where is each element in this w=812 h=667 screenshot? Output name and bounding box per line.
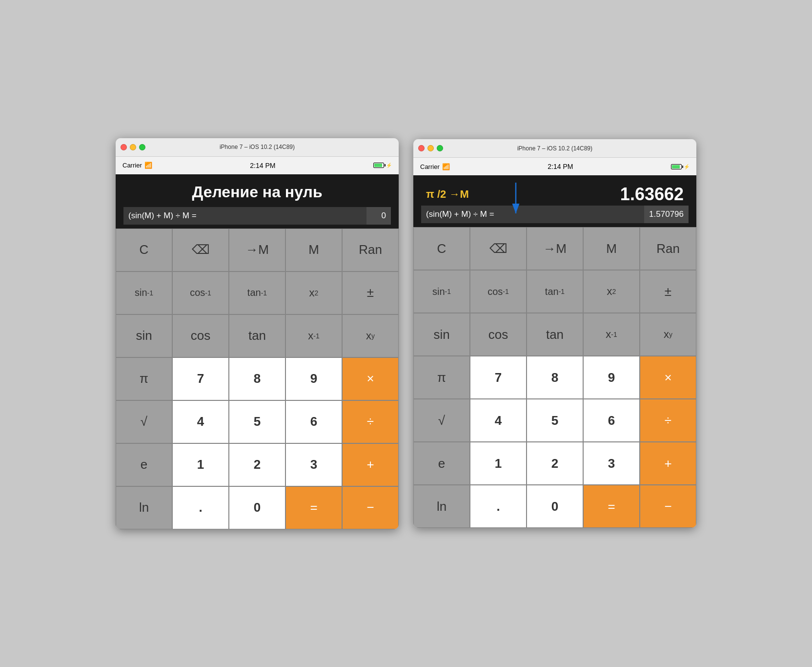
status-right-left: ⚡ xyxy=(373,163,392,168)
key-inv-right[interactable]: x-1 xyxy=(583,313,640,356)
key-dot-right[interactable]: . xyxy=(470,485,527,528)
key-7-left[interactable]: 7 xyxy=(172,357,229,400)
key-e-left[interactable]: e xyxy=(116,443,172,486)
key-3-right[interactable]: 3 xyxy=(583,442,640,485)
key-arcsin-right[interactable]: sin-1 xyxy=(413,270,470,313)
key-divide-left[interactable]: ÷ xyxy=(342,400,399,443)
window-controls-left[interactable] xyxy=(121,144,145,150)
key-arccos-left[interactable]: cos-1 xyxy=(172,271,229,314)
minimize-button-left[interactable] xyxy=(130,144,136,150)
phone-frame-right: Carrier 📶 2:14 PM ⚡ π /2 →M 1.63662 (sin… xyxy=(413,158,696,528)
key-backspace-right[interactable]: ⌫ xyxy=(470,227,527,270)
bolt-icon-right: ⚡ xyxy=(684,164,690,169)
key-row-7-right: ln . 0 = − xyxy=(413,485,696,528)
keypad-left: C ⌫ →M M Ran sin-1 cos-1 tan-1 x2 ± sin … xyxy=(116,229,399,529)
title-bar-left: iPhone 7 – iOS 10.2 (14C89) xyxy=(116,138,399,157)
key-dot-left[interactable]: . xyxy=(172,486,229,529)
key-3-left[interactable]: 3 xyxy=(285,443,342,486)
key-minus-right[interactable]: − xyxy=(640,485,696,528)
key-c-left[interactable]: C xyxy=(116,229,172,271)
key-arccos-right[interactable]: cos-1 xyxy=(470,270,527,313)
maximize-button-left[interactable] xyxy=(139,144,145,150)
key-pi-left[interactable]: π xyxy=(116,357,172,400)
key-equals-right[interactable]: = xyxy=(583,485,640,528)
key-row-5-left: √ 4 5 6 ÷ xyxy=(116,400,399,443)
key-ln-left[interactable]: ln xyxy=(116,486,172,529)
key-multiply-right[interactable]: × xyxy=(640,356,696,399)
key-6-left[interactable]: 6 xyxy=(285,400,342,443)
key-cos-left[interactable]: cos xyxy=(172,314,229,357)
key-xsq-left[interactable]: x2 xyxy=(285,271,342,314)
key-9-left[interactable]: 9 xyxy=(285,357,342,400)
key-pm-right[interactable]: ± xyxy=(640,270,696,313)
key-recall-left[interactable]: M xyxy=(285,229,342,271)
calc-display-right: π /2 →M 1.63662 (sin(M) + M) ÷ M = 1.570… xyxy=(413,175,696,227)
calc-expression-right: (sin(M) + M) ÷ M = xyxy=(421,206,644,223)
key-row-3-left: sin cos tan x-1 xy xyxy=(116,314,399,357)
key-sin-right[interactable]: sin xyxy=(413,313,470,356)
key-pi-right[interactable]: π xyxy=(413,356,470,399)
key-0-left[interactable]: 0 xyxy=(229,486,285,529)
key-ran-left[interactable]: Ran xyxy=(342,229,399,271)
key-minus-left[interactable]: − xyxy=(342,486,399,529)
key-pm-left[interactable]: ± xyxy=(342,271,399,314)
key-tan-right[interactable]: tan xyxy=(527,313,583,356)
key-row-2-right: sin-1 cos-1 tan-1 x2 ± xyxy=(413,270,696,313)
key-plus-right[interactable]: + xyxy=(640,442,696,485)
key-tan-left[interactable]: tan xyxy=(229,314,285,357)
right-simulator: iPhone 7 – iOS 10.2 (14C89) Carrier 📶 2:… xyxy=(413,139,696,528)
key-6-right[interactable]: 6 xyxy=(583,399,640,442)
key-cos-right[interactable]: cos xyxy=(470,313,527,356)
key-row-4-left: π 7 8 9 × xyxy=(116,357,399,400)
close-button-left[interactable] xyxy=(121,144,127,150)
key-2-left[interactable]: 2 xyxy=(229,443,285,486)
key-xsq-right[interactable]: x2 xyxy=(583,270,640,313)
key-8-left[interactable]: 8 xyxy=(229,357,285,400)
key-recall-right[interactable]: M xyxy=(583,227,640,270)
calc-result-right: 1.570796 xyxy=(644,206,689,223)
key-7-right[interactable]: 7 xyxy=(470,356,527,399)
key-ran-right[interactable]: Ran xyxy=(640,227,696,270)
key-c-right[interactable]: C xyxy=(413,227,470,270)
key-multiply-left[interactable]: × xyxy=(342,357,399,400)
key-4-right[interactable]: 4 xyxy=(470,399,527,442)
key-sin-left[interactable]: sin xyxy=(116,314,172,357)
minimize-button-right[interactable] xyxy=(427,145,434,151)
key-e-right[interactable]: e xyxy=(413,442,470,485)
key-equals-left[interactable]: = xyxy=(285,486,342,529)
calc-display-left: Деление на нуль (sin(M) + M) ÷ M = 0 xyxy=(116,174,399,229)
key-4-left[interactable]: 4 xyxy=(172,400,229,443)
key-inv-left[interactable]: x-1 xyxy=(285,314,342,357)
key-arctan-right[interactable]: tan-1 xyxy=(527,270,583,313)
key-arcsin-left[interactable]: sin-1 xyxy=(116,271,172,314)
key-ln-right[interactable]: ln xyxy=(413,485,470,528)
key-pow-right[interactable]: xy xyxy=(640,313,696,356)
key-divide-right[interactable]: ÷ xyxy=(640,399,696,442)
key-pow-left[interactable]: xy xyxy=(342,314,399,357)
key-sqrt-left[interactable]: √ xyxy=(116,400,172,443)
key-2-right[interactable]: 2 xyxy=(527,442,583,485)
maximize-button-right[interactable] xyxy=(437,145,443,151)
key-8-right[interactable]: 8 xyxy=(527,356,583,399)
key-1-left[interactable]: 1 xyxy=(172,443,229,486)
key-backspace-left[interactable]: ⌫ xyxy=(172,229,229,271)
key-9-right[interactable]: 9 xyxy=(583,356,640,399)
memory-label-right: π /2 →M xyxy=(426,188,469,201)
battery-right xyxy=(671,164,682,169)
key-sqrt-right[interactable]: √ xyxy=(413,399,470,442)
key-row-7-left: ln . 0 = − xyxy=(116,486,399,529)
key-store-right[interactable]: →M xyxy=(527,227,583,270)
key-5-right[interactable]: 5 xyxy=(527,399,583,442)
key-store-left[interactable]: →M xyxy=(229,229,285,271)
status-left-left: Carrier 📶 xyxy=(122,162,152,169)
key-1-right[interactable]: 1 xyxy=(470,442,527,485)
close-button-right[interactable] xyxy=(418,145,425,151)
key-row-5-right: √ 4 5 6 ÷ xyxy=(413,399,696,442)
window-controls-right[interactable] xyxy=(418,145,443,151)
key-0-right[interactable]: 0 xyxy=(527,485,583,528)
key-arctan-left[interactable]: tan-1 xyxy=(229,271,285,314)
key-row-6-right: e 1 2 3 + xyxy=(413,442,696,485)
key-plus-left[interactable]: + xyxy=(342,443,399,486)
key-5-left[interactable]: 5 xyxy=(229,400,285,443)
main-value-right: 1.63662 xyxy=(620,184,684,205)
